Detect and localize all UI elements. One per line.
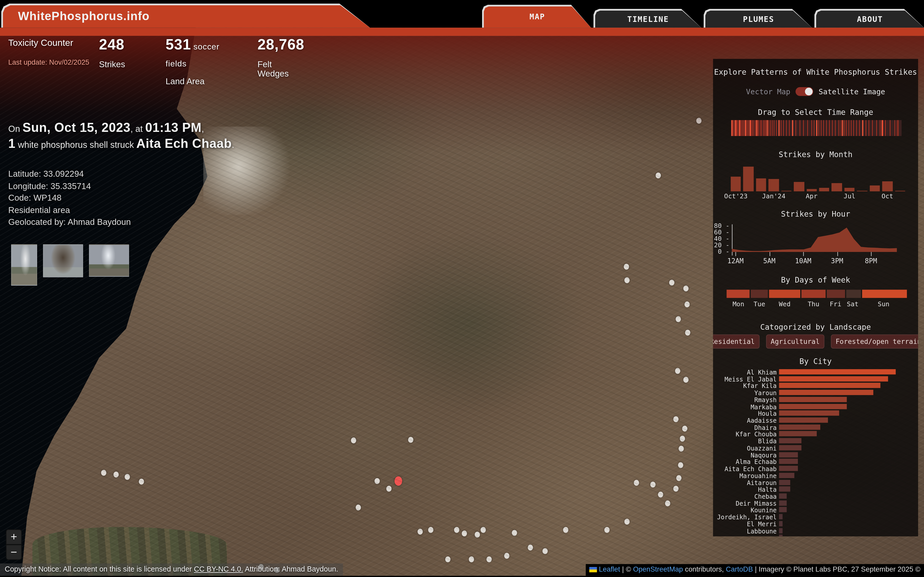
time-strip-event-line — [757, 120, 758, 136]
time-strip-event-line — [841, 120, 841, 136]
strike-marker-dot[interactable] — [676, 316, 681, 322]
strike-marker-dot[interactable] — [445, 556, 451, 562]
strike-marker-dot[interactable] — [673, 416, 678, 422]
event-text-big: Aita Ech Chaab — [136, 137, 232, 151]
strike-marker-dot[interactable] — [454, 527, 459, 533]
site-title-tab[interactable]: WhitePhosphorus.info — [1, 3, 370, 28]
strike-marker-dot[interactable] — [650, 482, 656, 488]
strike-marker-dot[interactable] — [355, 504, 361, 511]
time-strip-event-line — [750, 120, 751, 136]
city-bar — [779, 459, 798, 464]
strike-marker-dot[interactable] — [683, 286, 689, 292]
time-strip-event-line — [803, 120, 804, 136]
strike-marker-dot[interactable] — [680, 435, 685, 442]
strike-marker-dot[interactable] — [624, 519, 630, 525]
strike-marker-dot[interactable] — [512, 530, 517, 536]
strike-marker-dot[interactable] — [408, 437, 414, 443]
strike-marker-dot[interactable] — [604, 527, 610, 533]
cc-license-link[interactable]: CC BY-NC 4.0. — [194, 565, 243, 574]
time-range-brush-strip[interactable] — [731, 120, 901, 136]
strike-marker-dot[interactable] — [563, 527, 569, 533]
attribution-text: contributors, — [683, 565, 726, 574]
landscape-filter-forested[interactable]: Forested/open terrain — [831, 334, 918, 348]
time-strip-event-line — [872, 120, 873, 136]
time-strip-event-line — [883, 120, 883, 136]
satellite-image-label[interactable]: Satellite Image — [819, 87, 885, 96]
strike-marker-dot[interactable] — [656, 172, 661, 179]
landscape-filter-residential[interactable]: Residential — [713, 334, 759, 348]
strike-marker-dot[interactable] — [351, 437, 356, 443]
strike-marker-dot[interactable] — [678, 446, 684, 451]
time-strip-event-line — [897, 120, 897, 136]
strike-marker-dot[interactable] — [624, 277, 630, 283]
strike-marker-dot[interactable] — [124, 474, 130, 480]
city-row-aita-ech-chaab: Aita Ech Chaab — [713, 465, 918, 472]
attribution-link[interactable]: Leaflet — [599, 565, 620, 574]
strike-marker-dot[interactable] — [673, 486, 678, 492]
strike-marker-dot[interactable] — [676, 475, 682, 481]
strike-marker-dot[interactable] — [669, 280, 674, 286]
strike-marker-dot[interactable] — [469, 556, 474, 562]
city-bar — [779, 528, 783, 533]
city-row-blida: Blida — [713, 438, 918, 444]
strike-photo-thumbnail-3[interactable] — [89, 245, 129, 277]
city-bar — [779, 404, 847, 409]
strike-marker-dot[interactable] — [475, 532, 480, 538]
attribution-link[interactable]: OpenStreetMap — [633, 565, 683, 574]
strike-marker-dot[interactable] — [462, 530, 467, 536]
month-bar-Nov'24 — [895, 191, 905, 192]
strike-marker-dot[interactable] — [386, 486, 392, 492]
strike-marker-dot[interactable] — [634, 480, 639, 486]
stat-suffix: soccer fields — [165, 42, 220, 68]
strike-marker-dot[interactable] — [543, 548, 548, 554]
zoom-out-button[interactable]: − — [6, 545, 22, 560]
city-label: Al Khiam — [713, 369, 777, 376]
strike-marker-dot[interactable] — [528, 545, 533, 550]
strike-marker-dot[interactable] — [678, 462, 683, 468]
strike-marker-dot[interactable] — [486, 556, 492, 562]
time-strip-event-line — [743, 120, 744, 136]
city-row-marouahine: Marouahine — [713, 472, 918, 479]
strike-marker-dot[interactable] — [504, 553, 509, 559]
strike-marker-dot[interactable] — [665, 501, 670, 506]
month-axis-label: Apr — [806, 192, 817, 200]
strike-marker-dot[interactable] — [683, 377, 689, 383]
strike-marker-dot[interactable] — [682, 426, 688, 432]
strike-marker-dot[interactable] — [685, 330, 690, 336]
strike-marker-dot[interactable] — [624, 264, 629, 270]
stat-felt-wedges: 28,768Felt Wedges — [258, 36, 304, 78]
city-bar — [779, 480, 790, 485]
day-label-Sun: Sun — [878, 300, 890, 308]
landscape-filter-agricultural[interactable]: Agricultural — [766, 334, 824, 348]
bottom-edge — [0, 576, 924, 577]
strike-marker-dot[interactable] — [375, 478, 380, 484]
city-bar — [779, 500, 787, 506]
strike-marker-dot[interactable] — [696, 118, 702, 124]
city-bar — [779, 466, 798, 471]
by-days-of-week-title: By Days of Week — [713, 276, 918, 284]
time-strip-event-line — [894, 120, 895, 136]
city-row-labboune: Labboune — [713, 527, 918, 534]
strike-photo-thumbnail-1[interactable] — [11, 245, 37, 286]
strikes-by-month-title: Strikes by Month — [713, 150, 918, 159]
strike-marker-dot[interactable] — [685, 301, 690, 307]
strike-marker-dot[interactable] — [658, 492, 663, 498]
vector-map-label[interactable]: Vector Map — [746, 87, 790, 96]
strike-marker-dot[interactable] — [101, 470, 107, 476]
strike-marker-dot[interactable] — [417, 529, 423, 535]
city-bar — [779, 376, 888, 382]
strike-marker-dot[interactable] — [139, 479, 144, 485]
city-label: Alma Echaab — [713, 458, 777, 465]
strike-photo-thumbnail-2[interactable] — [43, 245, 83, 277]
strike-marker-dot[interactable] — [113, 472, 119, 477]
attribution-link[interactable]: CartoDB — [726, 565, 753, 574]
hour-xtick-label: 8PM — [865, 257, 877, 265]
basemap-toggle-switch[interactable] — [796, 87, 813, 96]
month-bar-Oct'24 — [882, 181, 893, 191]
strike-marker-dot[interactable] — [481, 527, 486, 533]
time-strip-event-line — [763, 120, 763, 136]
zoom-in-button[interactable]: + — [6, 529, 22, 545]
strike-marker-dot[interactable] — [428, 527, 434, 533]
selected-strike-marker[interactable] — [394, 476, 402, 486]
strike-marker-dot[interactable] — [675, 368, 680, 374]
